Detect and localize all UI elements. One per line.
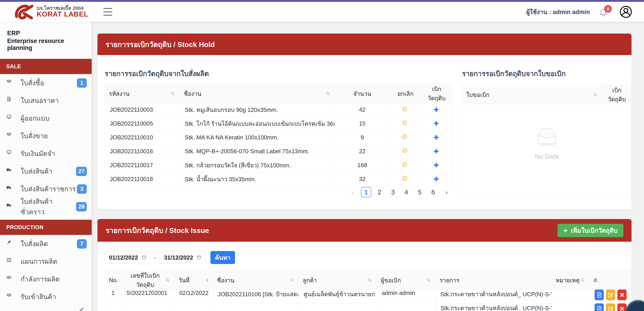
logo-en-text: KORAT LABEL bbox=[37, 11, 88, 18]
sidebar-item-label: ใบส่งสินค้าราชการ bbox=[20, 184, 76, 194]
issue-requester bbox=[377, 303, 436, 311]
search-icon[interactable] bbox=[289, 277, 294, 283]
issue-column-header[interactable]: No. bbox=[105, 271, 122, 289]
handshake-icon bbox=[6, 293, 15, 301]
edit-pencil-icon bbox=[608, 292, 614, 298]
issue-column-header[interactable]: เลขที่ใบเบิกวัตถุดิบ bbox=[122, 271, 174, 289]
pagination-page[interactable]: 4 bbox=[401, 187, 412, 197]
calendar-icon bbox=[196, 255, 202, 260]
cancel-icon[interactable] bbox=[402, 162, 409, 169]
cancel-icon[interactable] bbox=[402, 148, 409, 155]
job-code: JOB2022110017 bbox=[105, 158, 180, 172]
job-qty: 42 bbox=[335, 103, 390, 117]
issue-customer bbox=[299, 303, 377, 311]
date-filter-row: 01/12/2022 - 31/12/2022 ค้นหา bbox=[105, 251, 235, 264]
cancel-icon[interactable] bbox=[402, 176, 409, 183]
user-avatar[interactable] bbox=[620, 5, 632, 18]
sidebar-menu-item[interactable]: ใบส่งสินค้า 27 bbox=[0, 162, 92, 180]
add-issue-icon[interactable] bbox=[434, 121, 440, 127]
add-issue-icon[interactable] bbox=[434, 107, 440, 113]
sidebar-menu-item[interactable]: รับเข้าสินค้า bbox=[0, 288, 92, 306]
issue-column-header[interactable]: ผู้ขอเบิก bbox=[377, 271, 436, 289]
add-issue-icon[interactable] bbox=[434, 176, 440, 183]
cancel-icon[interactable] bbox=[402, 120, 409, 127]
date-to-input[interactable]: 31/12/2022 bbox=[160, 251, 206, 264]
sidebar-menu-item[interactable]: ใบสั่งขาย bbox=[0, 127, 92, 145]
pagination-next-icon[interactable]: › bbox=[442, 187, 452, 197]
issue-column-header[interactable]: วันที่ ▲▼ bbox=[174, 271, 213, 289]
column-header-name[interactable]: ชื่องาน bbox=[180, 84, 335, 103]
edit-button[interactable] bbox=[606, 289, 615, 300]
issue-column-header[interactable]: ลูกค้า bbox=[299, 271, 377, 289]
issue-job: JOB2022110106 [Stk. ป้ายแสดงคุ... bbox=[213, 289, 299, 303]
search-icon[interactable] bbox=[426, 277, 431, 283]
x-icon bbox=[619, 306, 625, 311]
issue-note bbox=[552, 289, 590, 303]
column-header-code[interactable]: รหัสงาน bbox=[105, 84, 180, 103]
pagination-page[interactable]: 3 bbox=[388, 187, 398, 197]
issue-requester: admin admin bbox=[377, 289, 436, 303]
sidebar-menu-item[interactable]: รับเงินมัดจำ bbox=[0, 145, 92, 162]
column-header-request[interactable]: ใบขอเบิก bbox=[462, 86, 602, 104]
search-icon[interactable] bbox=[165, 277, 170, 283]
current-user-label: ผู้ใช้งาน : admin admin bbox=[526, 7, 590, 17]
sidebar-collapse-icon[interactable] bbox=[78, 308, 84, 311]
view-document-button[interactable] bbox=[594, 289, 604, 300]
sidebar-menu-item[interactable]: กำลังการผลิต bbox=[0, 270, 92, 288]
sidebar-menu-item[interactable]: แผนการผลิต bbox=[0, 253, 92, 270]
search-icon[interactable] bbox=[592, 92, 598, 97]
sidebar-menu-item[interactable]: ใบเสนอราคา bbox=[0, 92, 92, 109]
issue-items: Stk.กระดาษขาวด้านหลังปอนด์_ UCP(N)-S-WP(… bbox=[436, 303, 552, 311]
pagination-page[interactable]: 5 bbox=[414, 187, 425, 197]
add-issue-icon[interactable] bbox=[434, 162, 440, 169]
count-badge: 3 bbox=[77, 184, 87, 194]
sidebar-menu-item[interactable]: ใบสั่งผลิต 7 bbox=[0, 235, 92, 253]
sidebar-menu-item[interactable]: ผู้ออกแบบ bbox=[0, 109, 92, 127]
issue-column-header[interactable]: หมายเหตุ bbox=[552, 271, 590, 289]
truck-icon bbox=[6, 185, 15, 193]
sidebar-item-label: ใบส่งสินค้า bbox=[20, 166, 52, 177]
menu-toggle-icon[interactable] bbox=[103, 8, 112, 16]
issue-column-header[interactable]: #. bbox=[590, 271, 632, 289]
sidebar-menu-item[interactable]: ใบส่งสินค้าชั่วคราว 28 bbox=[0, 198, 92, 215]
add-issue-icon[interactable] bbox=[434, 135, 440, 141]
view-document-button[interactable] bbox=[594, 303, 604, 311]
delete-button[interactable] bbox=[618, 303, 626, 311]
pagination-prev-icon[interactable]: ‹ bbox=[348, 187, 358, 197]
pagination-page[interactable]: 1 bbox=[361, 187, 371, 197]
issue-column-header[interactable]: รายการ bbox=[436, 271, 552, 289]
sidebar-item-label: กำลังการผลิต bbox=[20, 274, 60, 284]
edit-button[interactable] bbox=[606, 303, 615, 311]
sort-icon[interactable]: ▲▼ bbox=[206, 278, 209, 282]
pagination-page[interactable]: 6 bbox=[428, 187, 438, 197]
company-logo[interactable]: บจ.โคราชเลเบิ้ล 2004 KORAT LABEL bbox=[13, 3, 92, 20]
sidebar-item-label: ใบสั่งขาย bbox=[20, 131, 48, 141]
x-icon bbox=[619, 292, 625, 298]
issue-doc-no bbox=[122, 303, 174, 311]
app-header: บจ.โคราชเลเบิ้ล 2004 KORAT LABEL ผู้ใช้ง… bbox=[0, 2, 644, 22]
issue-column-header[interactable]: ชื่องาน bbox=[213, 271, 299, 289]
job-row: JOB2022110010 Stk. MA KA NA Keratin 100x… bbox=[105, 131, 452, 145]
count-badge: 27 bbox=[76, 167, 87, 176]
cancel-icon[interactable] bbox=[402, 106, 409, 113]
search-icon[interactable] bbox=[170, 91, 176, 96]
cancel-icon[interactable] bbox=[402, 134, 409, 141]
sidebar-menu-item[interactable]: ใบส่งสินค้าราชการ 3 bbox=[0, 180, 92, 198]
delete-button[interactable] bbox=[618, 289, 626, 300]
calendar-icon bbox=[6, 257, 15, 266]
date-from-input[interactable]: 01/12/2022 bbox=[105, 251, 150, 264]
plus-icon: + bbox=[563, 227, 568, 234]
pagination-page[interactable]: 2 bbox=[374, 187, 384, 197]
request-table: ใบขอเบิก เบิกวัตถุดิบ bbox=[462, 85, 632, 198]
search-icon[interactable] bbox=[325, 91, 331, 96]
sidebar-menu-item[interactable]: ใบสั่งซื้อ 1 bbox=[0, 74, 92, 92]
job-row: JOB2022110016 Stk. MQP-B+-20056-070 Smal… bbox=[105, 145, 452, 158]
notifications-button[interactable]: 0 bbox=[599, 6, 609, 18]
search-icon[interactable] bbox=[580, 277, 586, 283]
search-button[interactable]: ค้นหา bbox=[210, 251, 235, 264]
add-stock-issue-button[interactable]: + เพิ่มใบเบิกวัตถุดิบ bbox=[558, 224, 624, 237]
search-icon[interactable] bbox=[367, 277, 372, 283]
add-issue-icon[interactable] bbox=[434, 149, 440, 155]
edit-pencil-icon bbox=[608, 306, 614, 311]
issue-customer: ศูนย์เมล็ดพันธุ์ข้าวนครนายก bbox=[299, 289, 377, 303]
